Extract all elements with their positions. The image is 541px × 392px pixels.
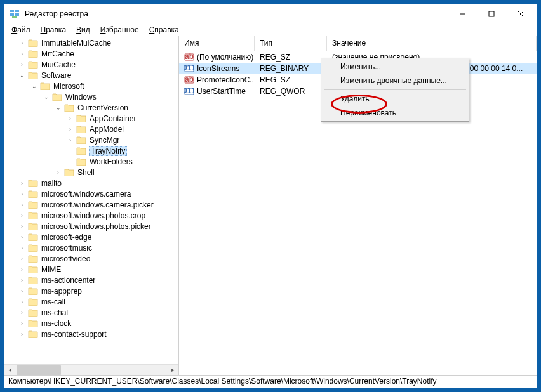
tree-node[interactable]: ›ms-call [7, 296, 178, 307]
tree-node[interactable]: ⌄Software [7, 70, 178, 81]
statusbar: Компьютер\HKEY_CURRENT_USER\Software\Cla… [4, 375, 537, 388]
tree-node[interactable]: ›MuiCache [7, 59, 178, 70]
tree-node[interactable]: WorkFolders [7, 156, 178, 167]
svg-rect-0 [10, 10, 14, 12]
menu-edit[interactable]: Правка [36, 24, 71, 36]
tree-node-label: MrtCache [41, 49, 75, 58]
tree-node[interactable]: ›Shell [7, 167, 178, 178]
chevron-right-icon[interactable]: › [18, 320, 25, 327]
tree-node[interactable]: ⌄CurrentVersion [7, 102, 178, 113]
tree-node[interactable]: ›microsoft.windows.camera.picker [7, 199, 178, 210]
tree-node[interactable]: ›microsoftvideo [7, 253, 178, 264]
chevron-right-icon[interactable]: › [18, 61, 25, 68]
col-type[interactable]: Тип [255, 36, 327, 51]
svg-rect-6 [489, 11, 494, 16]
tree-node-label: WorkFolders [89, 157, 133, 166]
status-prefix: Компьютер\ [8, 377, 50, 386]
tree-node[interactable]: ›ms-appprep [7, 285, 178, 296]
ctx-edit[interactable]: Изменить... [323, 60, 467, 74]
tree-node[interactable]: ›microsoft-edge [7, 232, 178, 242]
tree-node[interactable]: ›AppModel [7, 124, 178, 134]
chevron-right-icon[interactable]: › [18, 298, 25, 305]
svg-rect-4 [12, 16, 17, 18]
tree-node-label: ms-chat [41, 308, 69, 317]
value-name: (По умолчанию) [197, 53, 253, 62]
svg-text:011: 011 [184, 63, 194, 72]
registry-editor-window: Редактор реестра Файл Правка Вид Избранн… [4, 4, 537, 388]
chevron-down-icon[interactable]: ⌄ [30, 82, 37, 89]
tree-node[interactable]: ›microsoft.windows.camera [7, 188, 178, 199]
tree-node[interactable]: ⌄Windows [7, 91, 178, 102]
titlebar[interactable]: Редактор реестра [4, 4, 537, 23]
tree-node[interactable]: ›microsoftmusic [7, 242, 178, 253]
tree-node[interactable]: ›SyncMgr [7, 134, 178, 145]
ctx-edit-binary[interactable]: Изменить двоичные данные... [323, 74, 467, 88]
chevron-right-icon[interactable]: › [18, 330, 25, 337]
chevron-right-icon[interactable]: › [18, 266, 25, 273]
menu-file[interactable]: Файл [7, 24, 35, 36]
col-name[interactable]: Имя [179, 36, 255, 51]
tree-node[interactable]: ›ms-contact-support [7, 329, 178, 339]
tree-node-label: SyncMgr [89, 136, 120, 145]
tree-node-label: ms-contact-support [41, 330, 107, 339]
tree-node-label: Shell [77, 168, 95, 177]
minimize-button[interactable] [448, 4, 477, 23]
col-value[interactable]: Значение [327, 36, 537, 51]
ctx-delete[interactable]: Удалить [323, 92, 467, 106]
chevron-right-icon[interactable]: › [55, 169, 62, 176]
chevron-right-icon[interactable]: › [18, 287, 25, 294]
chevron-right-icon[interactable]: › [18, 223, 25, 230]
chevron-right-icon[interactable]: › [18, 39, 25, 46]
chevron-right-icon[interactable]: › [18, 212, 25, 219]
window-title: Редактор реестра [25, 10, 448, 18]
chevron-right-icon[interactable]: › [18, 190, 25, 197]
chevron-right-icon[interactable]: › [18, 309, 25, 316]
chevron-right-icon[interactable]: › [67, 136, 74, 143]
chevron-right-icon[interactable]: › [18, 277, 25, 284]
tree-node[interactable]: TrayNotify [7, 145, 178, 156]
tree-node-label: Microsoft [53, 82, 85, 91]
tree-hscrollbar[interactable]: ◄► [4, 364, 178, 375]
chevron-down-icon[interactable]: ⌄ [55, 104, 62, 111]
tree-node-label: ImmutableMuiCache [41, 39, 112, 48]
tree-node[interactable]: ›AppContainer [7, 113, 178, 124]
svg-text:ab: ab [185, 75, 194, 84]
ctx-rename[interactable]: Переименовать [323, 106, 467, 120]
tree-node[interactable]: ›ms-clock [7, 318, 178, 329]
menu-view[interactable]: Вид [72, 24, 95, 36]
chevron-right-icon[interactable]: › [18, 180, 25, 186]
chevron-right-icon[interactable]: › [18, 50, 25, 57]
chevron-down-icon[interactable]: ⌄ [18, 72, 25, 79]
tree-node-label: ms-clock [41, 319, 72, 328]
value-name: UserStartTime [197, 87, 246, 96]
chevron-right-icon[interactable]: › [18, 244, 25, 251]
tree-node[interactable]: ›ImmutableMuiCache [7, 37, 178, 48]
context-menu: Изменить... Изменить двоичные данные... … [321, 58, 469, 122]
tree-node-label: ms-appprep [41, 287, 83, 296]
tree-pane[interactable]: ›ImmutableMuiCache›MrtCache›MuiCache⌄Sof… [4, 36, 179, 375]
menu-help[interactable]: Справка [145, 24, 184, 36]
chevron-down-icon[interactable]: ⌄ [43, 93, 50, 100]
tree-node[interactable]: ›mailto [7, 178, 178, 188]
maximize-button[interactable] [477, 4, 506, 23]
tree-node[interactable]: ›microsoft.windows.photos.picker [7, 221, 178, 232]
tree-node[interactable]: ⌄Microsoft [7, 81, 178, 91]
chevron-right-icon[interactable]: › [18, 201, 25, 208]
menu-favorites[interactable]: Избранное [96, 24, 144, 36]
chevron-right-icon[interactable]: › [67, 115, 74, 122]
tree-node[interactable]: ›MrtCache [7, 48, 178, 59]
tree-node[interactable]: ›MIME [7, 264, 178, 275]
ctx-separator [324, 89, 466, 90]
tree-node-label: AppModel [89, 125, 124, 134]
tree-node-label: MIME [41, 265, 62, 274]
chevron-right-icon[interactable]: › [18, 233, 25, 240]
tree-node[interactable]: ›ms-chat [7, 307, 178, 318]
chevron-right-icon[interactable]: › [67, 126, 74, 133]
chevron-right-icon[interactable]: › [18, 255, 25, 262]
list-pane[interactable]: Имя Тип Значение ab(По умолчанию)REG_SZ(… [179, 36, 537, 375]
tree-node[interactable]: ›microsoft.windows.photos.crop [7, 210, 178, 221]
tree-node-label: microsoftmusic [41, 244, 93, 252]
svg-rect-3 [15, 13, 19, 16]
tree-node[interactable]: ›ms-actioncenter [7, 275, 178, 285]
close-button[interactable] [506, 4, 535, 23]
